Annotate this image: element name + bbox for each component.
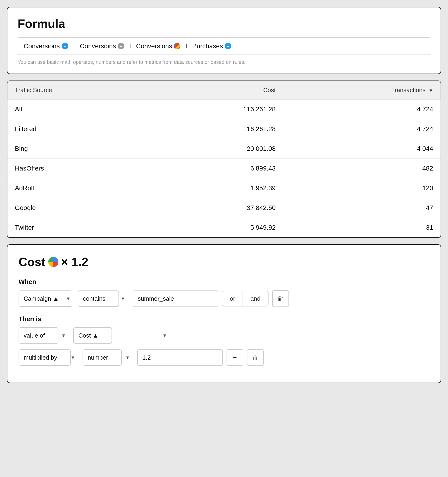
cell-transactions: 4 044 [283,139,441,159]
or-and-btn-group: or and [222,291,269,306]
formula-token-3: Conversions [136,42,181,50]
cell-cost: 20 001.08 [152,139,283,159]
value-of-select[interactable]: value of [18,327,59,344]
rule-cost-label: Cost [18,255,46,269]
value-of-arrow-icon: ▼ [61,333,66,338]
cell-transactions: 31 [283,218,441,238]
cell-cost: 5 949.92 [152,218,283,238]
cell-transactions: 4 724 [283,100,441,119]
trash-icon-2: 🗑 [252,354,259,361]
table-row: Filtered 116 261.28 4 724 [7,119,441,139]
data-table: Traffic Source Cost Transactions ▼ All 1… [7,81,441,237]
table-row: Twitter 5 949.92 31 [7,218,441,238]
then-first-row: value of ▼ Cost ▲ ▼ [18,327,430,344]
multiplied-by-select[interactable]: multiplied by [18,349,71,366]
cell-transactions: 47 [283,198,441,218]
table-header-row: Traffic Source Cost Transactions ▼ [7,81,441,100]
formula-title: Formula [18,17,430,31]
cost-metric-select[interactable]: Cost ▲ [73,327,112,344]
and-button[interactable]: and [242,291,268,306]
cell-cost: 116 261.28 [152,119,283,139]
number-select-arrow-icon: ▼ [125,355,130,360]
table-row: Bing 20 001.08 4 044 [7,139,441,159]
multiplied-by-select-wrapper[interactable]: multiplied by ▼ [18,349,79,366]
cell-cost: 116 261.28 [152,100,283,119]
plus-icon: + [233,354,237,361]
cell-source: HasOffers [7,159,152,179]
contains-select[interactable]: contains [78,291,119,307]
when-filter-row: Campaign ▲ ▼ contains ▼ or and 🗑 [18,290,430,307]
table-row: Google 37 842.50 47 [7,198,441,218]
trash-icon: 🗑 [277,295,284,303]
or-button[interactable]: or [222,291,242,306]
cell-transactions: 4 724 [283,119,441,139]
multiplied-by-arrow-icon: ▼ [71,355,75,360]
contains-select-wrapper[interactable]: contains ▼ [78,291,129,307]
rule-panel: Cost × 1.2 When Campaign ▲ ▼ contains ▼ … [7,244,441,383]
delete-rule-button[interactable]: 🗑 [247,349,264,366]
table-body: All 116 261.28 4 724 Filtered 116 261.28… [7,100,441,238]
then-second-row: multiplied by ▼ number ▼ + 🗑 [18,349,430,366]
number-value-input[interactable] [137,349,223,366]
sort-arrow-icon: ▼ [429,88,433,93]
blue-icon-1: ● [62,43,68,49]
formula-plus-3: + [184,42,189,50]
cell-transactions: 120 [283,179,441,198]
col-header-transactions[interactable]: Transactions ▼ [283,81,441,100]
formula-token-4-label: Purchases [192,42,223,50]
formula-token-1-label: Conversions [24,42,60,50]
rule-multiplier: × 1.2 [61,255,88,269]
contains-select-arrow-icon: ▼ [121,296,125,301]
campaign-select-wrapper[interactable]: Campaign ▲ ▼ [18,291,74,307]
formula-token-2-label: Conversions [80,42,116,50]
col-header-traffic-source[interactable]: Traffic Source [7,81,152,100]
formula-token-4: Purchases ● [192,42,231,50]
col-header-cost[interactable]: Cost [152,81,283,100]
formula-hint: You can use basic math operatos, numbers… [18,59,430,65]
number-type-select[interactable]: number [83,349,122,366]
gray-icon-1: ● [118,43,124,49]
add-rule-button[interactable]: + [227,349,243,366]
number-select-wrapper[interactable]: number ▼ [83,349,134,366]
cost-select-arrow-icon: ▼ [162,333,167,338]
cell-cost: 37 842.50 [152,198,283,218]
cost-select-wrapper[interactable]: Cost ▲ ▼ [73,327,171,344]
cell-transactions: 482 [283,159,441,179]
rule-google-icon [48,257,59,267]
cell-source: Twitter [7,218,152,238]
cell-source: All [7,100,152,119]
table-row: AdRoll 1 952.39 120 [7,179,441,198]
table-panel: Traffic Source Cost Transactions ▼ All 1… [7,81,441,238]
cell-source: Filtered [7,119,152,139]
cell-cost: 1 952.39 [152,179,283,198]
formula-token-3-label: Conversions [136,42,172,50]
delete-condition-button[interactable]: 🗑 [272,290,289,307]
when-label: When [18,278,430,286]
campaign-select[interactable]: Campaign ▲ [18,291,72,307]
formula-plus-2: + [128,42,132,50]
formula-plus-1: + [72,42,76,50]
cell-cost: 6 899.43 [152,159,283,179]
google-icon-1 [174,43,180,49]
formula-panel: Formula Conversions ● + Conversions ● + … [7,7,441,74]
condition-value-input[interactable] [133,291,218,307]
formula-token-2: Conversions ● [80,42,124,50]
twitter-icon-1: ● [225,43,231,49]
cell-source: Google [7,198,152,218]
value-of-select-wrapper[interactable]: value of ▼ [18,327,70,344]
formula-input-row[interactable]: Conversions ● + Conversions ● + Conversi… [18,37,430,55]
cell-source: Bing [7,139,152,159]
then-label: Then is [18,315,430,323]
table-row: All 116 261.28 4 724 [7,100,441,119]
rule-title: Cost × 1.2 [18,255,430,269]
cell-source: AdRoll [7,179,152,198]
formula-token-1: Conversions ● [24,42,68,50]
table-row: HasOffers 6 899.43 482 [7,159,441,179]
